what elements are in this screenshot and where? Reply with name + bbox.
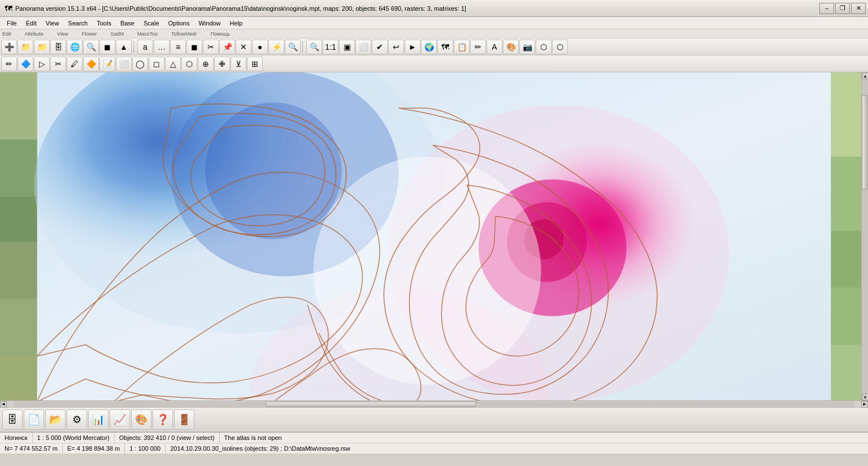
status-bar: Ногинск 1 : 5 000 (World Mercator) Objec… [0, 432, 868, 454]
exit-btn[interactable]: 🚪 [174, 409, 194, 430]
title-bar: 🗺 Panorama version 15.1.3 x64 - [C:\User… [0, 0, 868, 17]
toolbar-btn-7[interactable]: ▲ [116, 40, 132, 54]
vscroll-track[interactable] [862, 79, 868, 394]
status-coord-e: E= 4 198 894.38 m [63, 443, 125, 454]
menu-item-search[interactable]: Search [63, 18, 92, 29]
toolbar-btn-29[interactable]: A [487, 40, 502, 54]
toolbar2-btn-15[interactable]: ⊞ [247, 57, 263, 71]
toolbar-label: SadM [110, 31, 124, 37]
legend-btn[interactable]: 🎨 [131, 409, 151, 430]
menu-item-scale[interactable]: Scale [139, 18, 164, 29]
status-objects: Objects: 392 410 / 0 (view / select) [115, 433, 220, 443]
vscroll-thumb[interactable] [862, 95, 867, 189]
hscroll-track[interactable] [14, 402, 854, 407]
toolbar2-btn-2[interactable]: ▷ [34, 57, 50, 71]
vscroll-up-button[interactable]: ▲ [862, 72, 868, 79]
status-scale: 1 : 5 000 (World Mercator) [33, 433, 115, 443]
toolbar-btn-20[interactable]: ▣ [339, 40, 355, 54]
menu-item-window[interactable]: Window [194, 18, 225, 29]
toolbar-btn-28[interactable]: ✏ [470, 40, 486, 54]
toolbar-btn-12[interactable]: ✂ [203, 40, 219, 54]
toolbar-label: Flower [81, 31, 97, 37]
toolbar2-btn-7[interactable]: ⬜ [116, 57, 132, 71]
toolbar2-btn-5[interactable]: 🔶 [83, 57, 99, 71]
horizontal-scrollbar[interactable]: ◄ ► [0, 400, 868, 407]
toolbar-btn-8[interactable]: a [137, 40, 153, 54]
toolbar-btn-19[interactable]: 1:1 [323, 40, 338, 54]
svg-point-23 [313, 157, 541, 385]
toolbar2-btn-1[interactable]: 🔷 [18, 57, 33, 71]
restore-button[interactable]: ❐ [835, 3, 850, 14]
vscroll-down-button[interactable]: ▼ [862, 394, 868, 400]
toolbar-btn-25[interactable]: 🌍 [421, 40, 437, 54]
toolbar-btn-21[interactable]: ⬜ [355, 40, 371, 54]
toolbar-btn-0[interactable]: ➕ [1, 40, 17, 54]
toolbar-btn-5[interactable]: 🔍 [83, 40, 99, 54]
toolbar2-btn-11[interactable]: ⬡ [181, 57, 197, 71]
vertical-scrollbar[interactable]: ▲ ▼ [861, 72, 868, 400]
toolbar-btn-2[interactable]: 📁 [34, 40, 50, 54]
menu-item-view[interactable]: View [41, 18, 64, 29]
status-scale2: 1 : 100 000 [125, 443, 166, 454]
settings-btn[interactable]: ⚙ [67, 409, 87, 430]
toolbar-btn-3[interactable]: 🗄 [50, 40, 66, 54]
toolbar-btn-31[interactable]: 📷 [519, 40, 535, 54]
toolbar2-btn-6[interactable]: 📝 [99, 57, 115, 71]
toolbar-btn-27[interactable]: 📋 [454, 40, 470, 54]
toolbar-btn-22[interactable]: ✔ [372, 40, 388, 54]
toolbar-btn-4[interactable]: 🌐 [67, 40, 83, 54]
toolbar-btn-30[interactable]: 🎨 [503, 40, 519, 54]
toolbar-label: MassToo [137, 31, 158, 37]
toolbar-btn-11[interactable]: ◼ [186, 40, 202, 54]
toolbar-btn-26[interactable]: 🗺 [437, 40, 453, 54]
toolbar-btn-16[interactable]: ⚡ [268, 40, 284, 54]
hscroll-right-button[interactable]: ► [861, 401, 868, 408]
chart-btn[interactable]: 📈 [110, 409, 130, 430]
menu-item-file[interactable]: File [2, 18, 21, 29]
toolbar2-btn-4[interactable]: 🖊 [67, 57, 83, 71]
toolbar-btn-24[interactable]: ► [405, 40, 420, 54]
toolbar2-btn-12[interactable]: ⊕ [198, 57, 214, 71]
menu-item-options[interactable]: Options [164, 18, 194, 29]
toolbar2-btn-8[interactable]: ◯ [132, 57, 148, 71]
toolbar2-btn-9[interactable]: ◻ [149, 57, 164, 71]
toolbar-btn-9[interactable]: … [154, 40, 170, 54]
database-btn[interactable]: 🗄 [2, 409, 23, 430]
toolbar-label: Attribute [25, 31, 44, 37]
svg-rect-7 [0, 356, 37, 400]
toolbar2-btn-10[interactable]: △ [165, 57, 181, 71]
toolbar-btn-17[interactable]: 🔍 [285, 40, 301, 54]
toolbar-label: View [57, 31, 68, 37]
svg-rect-2 [0, 72, 37, 140]
toolbar-row-2: ✏🔷▷✂🖊🔶📝⬜◯◻△⬡⊕✙⊻⊞ [0, 55, 868, 72]
menu-item-base[interactable]: Base [116, 18, 139, 29]
toolbar-btn-1[interactable]: 📁 [18, 40, 33, 54]
toolbar-btn-10[interactable]: ≡ [170, 40, 186, 54]
toolbar-btn-18[interactable]: 🔍 [306, 40, 322, 54]
menu-item-help[interactable]: Help [225, 18, 248, 29]
toolbar-btn-23[interactable]: ↩ [388, 40, 404, 54]
help-btn[interactable]: ❓ [153, 409, 173, 430]
toolbar-btn-6[interactable]: ◼ [99, 40, 115, 54]
toolbar-label: Помощь [210, 31, 230, 37]
hscroll-thumb[interactable] [266, 402, 476, 407]
toolbar-btn-15[interactable]: ● [252, 40, 268, 54]
toolbar2-btn-14[interactable]: ⊻ [231, 57, 246, 71]
toolbar2-btn-13[interactable]: ✙ [214, 57, 230, 71]
open-btn[interactable]: 📂 [45, 409, 66, 430]
toolbar2-btn-0[interactable]: ✏ [1, 57, 17, 71]
status-location: Ногинск [0, 433, 33, 443]
toolbar-btn-14[interactable]: ✕ [236, 40, 251, 54]
new-btn[interactable]: 📄 [24, 409, 44, 430]
table-btn[interactable]: 📊 [88, 409, 108, 430]
toolbar-btn-13[interactable]: 📌 [219, 40, 235, 54]
hscroll-left-button[interactable]: ◄ [0, 401, 7, 408]
map-viewport[interactable] [0, 72, 868, 400]
toolbar-btn-32[interactable]: ⬡ [536, 40, 552, 54]
toolbar-btn-33[interactable]: ⬡ [552, 40, 568, 54]
toolbar2-btn-3[interactable]: ✂ [50, 57, 66, 71]
close-button[interactable]: ✕ [851, 3, 866, 14]
menu-item-edit[interactable]: Edit [21, 18, 41, 29]
minimize-button[interactable]: − [819, 3, 834, 14]
menu-item-tools[interactable]: Tools [92, 18, 116, 29]
